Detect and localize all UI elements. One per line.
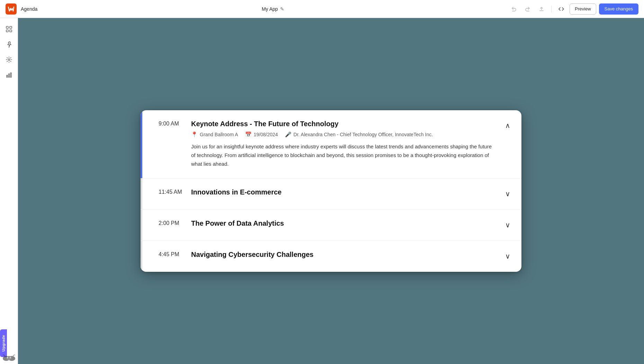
- sidebar-item-settings[interactable]: [2, 53, 16, 67]
- svg-rect-2: [6, 30, 8, 32]
- main-layout: Upgrade 9:00 AM: [0, 18, 644, 364]
- svg-point-14: [8, 358, 8, 358]
- redo-button[interactable]: [522, 3, 533, 15]
- location-icon: 📍: [191, 131, 198, 138]
- agenda-card: 9:00 AM Keynote Address - The Future of …: [141, 110, 521, 271]
- sidebar-item-chart[interactable]: [2, 68, 16, 82]
- title-1: Innovations in E-commerce: [191, 188, 492, 196]
- canvas: 9:00 AM Keynote Address - The Future of …: [18, 18, 644, 364]
- svg-rect-3: [10, 30, 12, 32]
- code-view-button[interactable]: [556, 3, 567, 15]
- footer-logo: [1, 354, 17, 363]
- agenda-item-0[interactable]: 9:00 AM Keynote Address - The Future of …: [141, 110, 521, 178]
- time-3: 4:45 PM: [153, 251, 191, 258]
- accent-bar-2: [141, 210, 142, 241]
- chevron-down-2: ∨: [505, 221, 510, 229]
- chevron-down-3: ∨: [505, 252, 510, 260]
- app-logo: [6, 3, 17, 15]
- chevron-down-1: ∨: [505, 190, 510, 198]
- content-0: Keynote Address - The Future of Technolo…: [191, 120, 509, 168]
- edit-app-name-icon[interactable]: ✎: [280, 6, 284, 12]
- date-text-0: 19/08/2024: [254, 132, 278, 137]
- topbar-center: My App ✎: [42, 6, 504, 12]
- svg-rect-8: [10, 73, 11, 77]
- svg-rect-7: [8, 74, 9, 77]
- agenda-item-3[interactable]: 4:45 PM Navigating Cybersecurity Challen…: [141, 241, 521, 272]
- agenda-item-1[interactable]: 11:45 AM Innovations in E-commerce ∨: [141, 179, 521, 210]
- content-1: Innovations in E-commerce: [191, 188, 509, 200]
- chevron-up-0: ∧: [505, 121, 510, 130]
- topbar-actions: Preview Save changes: [508, 3, 638, 15]
- location-0: 📍 Grand Ballroom A: [191, 131, 238, 138]
- preview-button[interactable]: Preview: [570, 3, 596, 15]
- title-2: The Power of Data Analytics: [191, 219, 492, 227]
- description-0: Join us for an insightful keynote addres…: [191, 142, 492, 168]
- speaker-text-0: Dr. Alexandra Chen - Chief Technology Of…: [294, 132, 433, 137]
- module-title: Agenda: [21, 6, 37, 12]
- upgrade-button[interactable]: Upgrade: [0, 329, 7, 357]
- date-0: 📅 19/08/2024: [245, 131, 278, 138]
- time-2: 2:00 PM: [153, 219, 191, 226]
- svg-rect-1: [10, 26, 12, 28]
- meta-0: 📍 Grand Ballroom A 📅 19/08/2024 🎤 Dr. Al…: [191, 131, 492, 138]
- topbar-divider: [551, 6, 552, 12]
- content-3: Navigating Cybersecurity Challenges: [191, 251, 509, 262]
- accent-bar-0: [141, 110, 142, 178]
- mic-icon: 🎤: [285, 131, 292, 138]
- svg-point-5: [8, 59, 10, 61]
- svg-rect-6: [7, 75, 8, 77]
- time-1: 11:45 AM: [153, 188, 191, 195]
- content-2: The Power of Data Analytics: [191, 219, 509, 231]
- save-changes-button[interactable]: Save changes: [599, 3, 638, 15]
- accent-bar-3: [141, 241, 142, 272]
- speaker-0: 🎤 Dr. Alexandra Chen - Chief Technology …: [285, 131, 433, 138]
- sidebar: Upgrade: [0, 18, 18, 364]
- undo-button[interactable]: [508, 3, 519, 15]
- time-0: 9:00 AM: [153, 120, 191, 127]
- calendar-icon: 📅: [245, 131, 252, 138]
- sidebar-item-dashboard[interactable]: [2, 22, 16, 36]
- accent-bar-1: [141, 179, 142, 209]
- agenda-item-2[interactable]: 2:00 PM The Power of Data Analytics ∨: [141, 210, 521, 241]
- title-0: Keynote Address - The Future of Technolo…: [191, 120, 492, 128]
- svg-rect-0: [6, 26, 8, 28]
- topbar: Agenda My App ✎: [0, 0, 644, 18]
- app-name-label: My App: [262, 6, 278, 12]
- publish-icon-button[interactable]: [536, 3, 547, 15]
- location-text-0: Grand Ballroom A: [200, 132, 238, 137]
- title-3: Navigating Cybersecurity Challenges: [191, 251, 492, 259]
- svg-point-15: [10, 358, 11, 358]
- sidebar-item-pin[interactable]: [2, 37, 16, 51]
